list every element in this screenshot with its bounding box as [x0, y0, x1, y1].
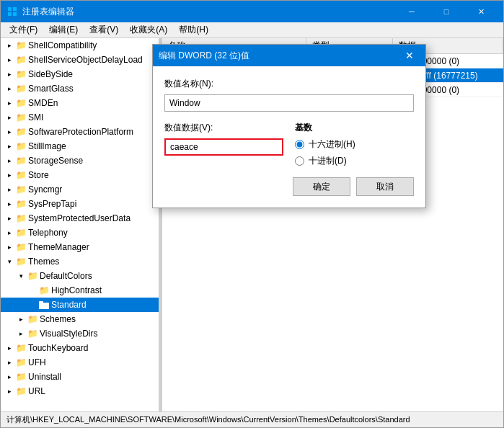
edit-dword-dialog: 编辑 DWORD (32 位)值 ✕ 数值名称(N): 数值数据(V): 基数 …: [152, 44, 426, 208]
tree-item[interactable]: ▸📁Store: [1, 168, 159, 182]
tree-expand-icon: ▸: [4, 241, 15, 253]
tree-item[interactable]: ▸📁ShellCompatibility: [1, 38, 159, 53]
tree-item-label: SideBySide: [28, 69, 73, 79]
menu-help[interactable]: 帮助(H): [173, 22, 214, 37]
dialog-close-button[interactable]: ✕: [399, 45, 420, 66]
tree-expand-spacer: [27, 299, 38, 311]
folder-icon: 📁: [15, 83, 27, 94]
tree-item[interactable]: ▸📁StorageSense: [1, 153, 159, 168]
menu-file[interactable]: 文件(F): [4, 22, 43, 37]
tree-expand-icon: ▾: [4, 256, 15, 267]
tree-expand-icon: ▸: [4, 40, 15, 51]
tree-item-label: HighContrast: [51, 285, 102, 295]
ok-button[interactable]: 确定: [293, 177, 350, 196]
tree-expand-icon: ▸: [4, 184, 15, 195]
tree-item[interactable]: ▸📁Syncmgr: [1, 182, 159, 197]
tree-item[interactable]: ▸📁ThemeManager: [1, 240, 159, 254]
tree-item-label: Store: [28, 170, 49, 180]
status-bar: 计算机\HKEY_LOCAL_MACHINE\SOFTWARE\Microsof…: [1, 411, 503, 427]
tree-item[interactable]: ▸📁Telephony: [1, 226, 159, 240]
tree-expand-icon: ▸: [4, 155, 15, 166]
tree-item-label: Standard: [51, 300, 87, 310]
tree-expand-icon: ▸: [4, 227, 15, 238]
folder-icon: 📁: [15, 241, 27, 253]
folder-icon: 📁: [15, 141, 27, 152]
title-bar: 注册表编辑器 ─ □ ✕: [1, 1, 503, 22]
tree-expand-icon: ▸: [4, 83, 15, 94]
folder-icon: 📁: [27, 313, 38, 325]
folder-icon: 📁: [27, 270, 38, 282]
tree-item[interactable]: ▾📁DefaultColors: [1, 269, 159, 283]
tree-item-label: SMDEn: [28, 98, 58, 108]
tree-item[interactable]: ▸📁Uninstall: [1, 370, 159, 384]
tree-item[interactable]: ▸📁SideBySide: [1, 67, 159, 81]
tree-item-label: SoftwareProtectionPlatform: [28, 127, 133, 137]
value-section: 数值数据(V):: [164, 122, 283, 167]
tree-expand-icon: ▾: [15, 270, 27, 282]
dec-label: 十进制(D): [309, 155, 347, 167]
tree-expand-icon: ▸: [4, 385, 15, 397]
data-input[interactable]: [164, 138, 283, 156]
base-label: 基数: [295, 122, 414, 134]
svg-rect-4: [39, 303, 49, 309]
name-input[interactable]: [164, 94, 414, 112]
tree-item-label: DefaultColors: [40, 271, 92, 281]
tree-item[interactable]: ▸📁SystemProtectedUserData: [1, 211, 159, 226]
tree-item[interactable]: ▾📁Themes: [1, 254, 159, 269]
radio-group: 十六进制(H) 十进制(D): [295, 138, 414, 167]
tree-item[interactable]: ▸📁URL: [1, 384, 159, 398]
menu-favorites[interactable]: 收藏夹(A): [124, 22, 173, 37]
tree-item[interactable]: ▸📁Schemes: [1, 312, 159, 326]
folder-icon: 📁: [15, 68, 27, 80]
tree-item[interactable]: ▸📁StillImage: [1, 139, 159, 153]
status-path: 计算机\HKEY_LOCAL_MACHINE\SOFTWARE\Microsof…: [6, 414, 410, 425]
svg-rect-1: [13, 7, 17, 11]
tree-item[interactable]: ▸📁SmartGlass: [1, 81, 159, 96]
folder-icon: 📁: [15, 256, 27, 267]
tree-item[interactable]: ▸📁TouchKeyboard: [1, 341, 159, 355]
tree-expand-icon: ▸: [4, 198, 15, 210]
tree-item[interactable]: ▸📁SoftwareProtectionPlatform: [1, 125, 159, 139]
close-button[interactable]: ✕: [464, 1, 498, 22]
tree-item-label: ShellServiceObjectDelayLoad: [28, 55, 143, 65]
tree-item[interactable]: ▸📁ShellServiceObjectDelayLoad: [1, 53, 159, 67]
tree-item-label: SystemProtectedUserData: [28, 213, 131, 223]
menu-view[interactable]: 查看(V): [84, 22, 124, 37]
tree-item[interactable]: ▸📁SMDEn: [1, 96, 159, 110]
folder-icon: [38, 299, 50, 311]
tree-item[interactable]: ▸📁VisualStyleDirs: [1, 326, 159, 341]
tree-expand-icon: ▸: [4, 54, 15, 66]
tree-expand-icon: ▸: [4, 112, 15, 123]
cancel-button[interactable]: 取消: [356, 177, 414, 196]
tree-expand-icon: ▸: [4, 342, 15, 354]
svg-rect-3: [13, 12, 17, 16]
tree-expand-spacer: [27, 285, 38, 296]
folder-icon: 📁: [15, 54, 27, 66]
tree-expand-icon: ▸: [4, 141, 15, 152]
tree-item[interactable]: 📁HighContrast: [1, 283, 159, 298]
tree-expand-icon: ▸: [15, 313, 27, 325]
dec-radio-label[interactable]: 十进制(D): [295, 155, 414, 167]
tree-item-label: Themes: [28, 257, 59, 267]
dec-radio[interactable]: [295, 156, 304, 166]
folder-icon: 📁: [15, 126, 27, 138]
tree-item[interactable]: ▸📁SysPrepTapi: [1, 197, 159, 211]
tree-panel[interactable]: ▸📁ShellCompatibility▸📁ShellServiceObject…: [1, 38, 159, 411]
app-icon: [6, 6, 18, 17]
tree-item-label: VisualStyleDirs: [40, 329, 97, 339]
folder-icon: 📁: [15, 371, 27, 383]
dialog-body: 数值名称(N): 数值数据(V): 基数 十六进制(H): [153, 66, 425, 208]
tree-item[interactable]: ▸📁SMI: [1, 110, 159, 125]
tree-item-label: Telephony: [28, 228, 68, 238]
dialog-title: 编辑 DWORD (32 位)值: [159, 50, 399, 62]
tree-item[interactable]: Standard: [1, 298, 159, 312]
maximize-button[interactable]: □: [430, 1, 463, 22]
tree-item-label: URL: [28, 386, 45, 396]
tree-item[interactable]: ▸📁UFH: [1, 355, 159, 370]
hex-radio[interactable]: [295, 140, 304, 149]
minimize-button[interactable]: ─: [395, 1, 428, 22]
hex-radio-label[interactable]: 十六进制(H): [295, 138, 414, 151]
tree-expand-icon: ▸: [4, 68, 15, 80]
tree-expand-icon: ▸: [4, 213, 15, 224]
menu-edit[interactable]: 编辑(E): [43, 22, 84, 37]
